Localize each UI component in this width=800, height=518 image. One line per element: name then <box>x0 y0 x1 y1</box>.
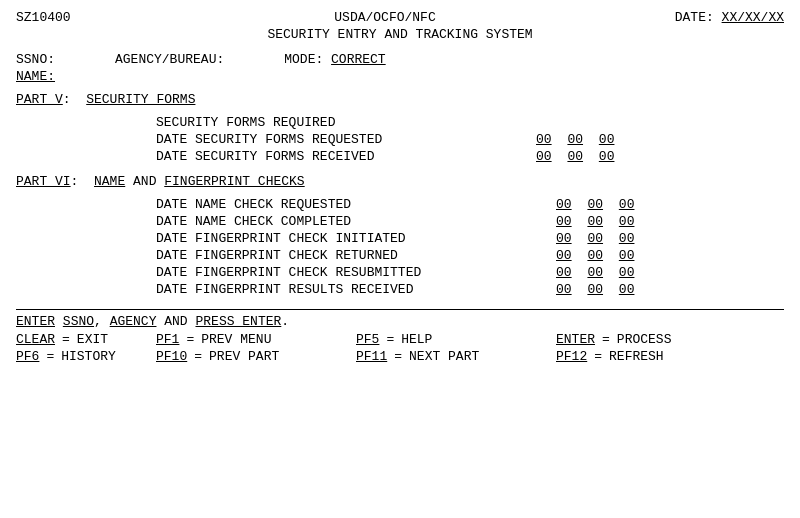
date-seg-5[interactable]: 00 <box>567 149 583 164</box>
enter-val: PROCESS <box>617 332 672 347</box>
pf1-val: PREV MENU <box>201 332 271 347</box>
date-seg-6[interactable]: 00 <box>599 149 615 164</box>
pf1-eq: = <box>186 332 194 347</box>
pf10-key[interactable]: PF10 <box>156 349 187 364</box>
name-label: NAME: <box>16 69 784 84</box>
part6-line-6: DATE FINGERPRINT RESULTS RECEIVED 00 00 … <box>16 282 636 297</box>
pf11-val: NEXT PART <box>409 349 479 364</box>
clear-eq: = <box>62 332 70 347</box>
date-seg-2[interactable]: 00 <box>567 132 583 147</box>
ssno-label: SSNO: <box>16 52 55 67</box>
date-seg-1[interactable]: 00 <box>536 132 552 147</box>
pf5-eq: = <box>386 332 394 347</box>
date-fingerprint-check-returned-label: DATE FINGERPRINT CHECK RETURNED <box>156 248 398 263</box>
security-forms-required-label: SECURITY FORMS REQUIRED <box>156 115 335 130</box>
pf10-val: PREV PART <box>209 349 279 364</box>
date-seg-4[interactable]: 00 <box>536 149 552 164</box>
date-value: XX/XX/XX <box>722 10 784 25</box>
clear-val: EXIT <box>77 332 108 347</box>
clear-key[interactable]: CLEAR <box>16 332 55 347</box>
part6-line-1: DATE NAME CHECK REQUESTED 00 00 00 <box>16 197 636 212</box>
part6-line-4: DATE FINGERPRINT CHECK RETURNED 00 00 00 <box>16 248 636 263</box>
system-name: SECURITY ENTRY AND TRACKING SYSTEM <box>16 27 784 42</box>
date-label: DATE: <box>675 10 714 25</box>
system-id: SZ10400 <box>16 10 136 25</box>
mode-section: MODE: CORRECT <box>284 52 385 67</box>
pf11-key[interactable]: PF11 <box>356 349 387 364</box>
date-name-check-requested-value[interactable]: 00 00 00 <box>556 197 636 212</box>
pf1-key[interactable]: PF1 <box>156 332 179 347</box>
enter-eq: = <box>602 332 610 347</box>
date-fingerprint-check-returned-value[interactable]: 00 00 00 <box>556 248 636 263</box>
date-seg-3[interactable]: 00 <box>599 132 615 147</box>
date-security-forms-requested-value[interactable]: 00 00 00 <box>536 132 616 147</box>
date-fingerprint-check-initiated-value[interactable]: 00 00 00 <box>556 231 636 246</box>
footer-row-2: PF6 = HISTORY PF10 = PREV PART PF11 = NE… <box>16 349 784 364</box>
date-name-check-completed-label: DATE NAME CHECK COMPLETED <box>156 214 351 229</box>
pf5-key[interactable]: PF5 <box>356 332 379 347</box>
footer-clear[interactable]: CLEAR = EXIT <box>16 332 156 347</box>
footer-pf12[interactable]: PF12 = REFRESH <box>556 349 756 364</box>
part5-heading: PART V: SECURITY FORMS <box>16 92 784 107</box>
org-name: USDA/OCFO/NFC <box>136 10 634 25</box>
pf12-key[interactable]: PF12 <box>556 349 587 364</box>
date-name-check-completed-value[interactable]: 00 00 00 <box>556 214 636 229</box>
pf12-val: REFRESH <box>609 349 664 364</box>
enter-key[interactable]: ENTER <box>556 332 595 347</box>
date-fingerprint-results-received-label: DATE FINGERPRINT RESULTS RECEIVED <box>156 282 413 297</box>
footer-pf5[interactable]: PF5 = HELP <box>356 332 556 347</box>
part5-line-3: DATE SECURITY FORMS RECEIVED 00 00 00 <box>16 149 616 164</box>
date-security-forms-requested-label: DATE SECURITY FORMS REQUESTED <box>156 132 382 147</box>
footer-pf6[interactable]: PF6 = HISTORY <box>16 349 156 364</box>
footer-instruction: ENTER SSNO, AGENCY AND PRESS ENTER. <box>16 314 784 329</box>
date-security-forms-received-value[interactable]: 00 00 00 <box>536 149 616 164</box>
mode-value: CORRECT <box>331 52 386 67</box>
date-security-forms-received-label: DATE SECURITY FORMS RECEIVED <box>156 149 374 164</box>
date-fingerprint-results-received-value[interactable]: 00 00 00 <box>556 282 636 297</box>
footer-pf1[interactable]: PF1 = PREV MENU <box>156 332 356 347</box>
part5-line-1: SECURITY FORMS REQUIRED <box>16 115 784 130</box>
footer-enter[interactable]: ENTER = PROCESS <box>556 332 756 347</box>
date-fingerprint-check-resubmitted-value[interactable]: 00 00 00 <box>556 265 636 280</box>
part6-line-2: DATE NAME CHECK COMPLETED 00 00 00 <box>16 214 636 229</box>
pf10-eq: = <box>194 349 202 364</box>
footer-pf11[interactable]: PF11 = NEXT PART <box>356 349 556 364</box>
date-fingerprint-check-initiated-label: DATE FINGERPRINT CHECK INITIATED <box>156 231 406 246</box>
part6-heading: PART VI: NAME AND FINGERPRINT CHECKS <box>16 174 784 189</box>
part6-line-5: DATE FINGERPRINT CHECK RESUBMITTED 00 00… <box>16 265 636 280</box>
mode-label: MODE: <box>284 52 323 67</box>
pf6-eq: = <box>46 349 54 364</box>
pf5-val: HELP <box>401 332 432 347</box>
agency-label: AGENCY/BUREAU: <box>115 52 224 67</box>
pf6-val: HISTORY <box>61 349 116 364</box>
date-field: DATE: XX/XX/XX <box>634 10 784 25</box>
date-name-check-requested-label: DATE NAME CHECK REQUESTED <box>156 197 351 212</box>
footer-row-1: CLEAR = EXIT PF1 = PREV MENU PF5 = HELP … <box>16 332 784 347</box>
footer-pf10[interactable]: PF10 = PREV PART <box>156 349 356 364</box>
part6-line-3: DATE FINGERPRINT CHECK INITIATED 00 00 0… <box>16 231 636 246</box>
pf11-eq: = <box>394 349 402 364</box>
part5-line-2: DATE SECURITY FORMS REQUESTED 00 00 00 <box>16 132 616 147</box>
pf12-eq: = <box>594 349 602 364</box>
date-fingerprint-check-resubmitted-label: DATE FINGERPRINT CHECK RESUBMITTED <box>156 265 421 280</box>
pf6-key[interactable]: PF6 <box>16 349 39 364</box>
